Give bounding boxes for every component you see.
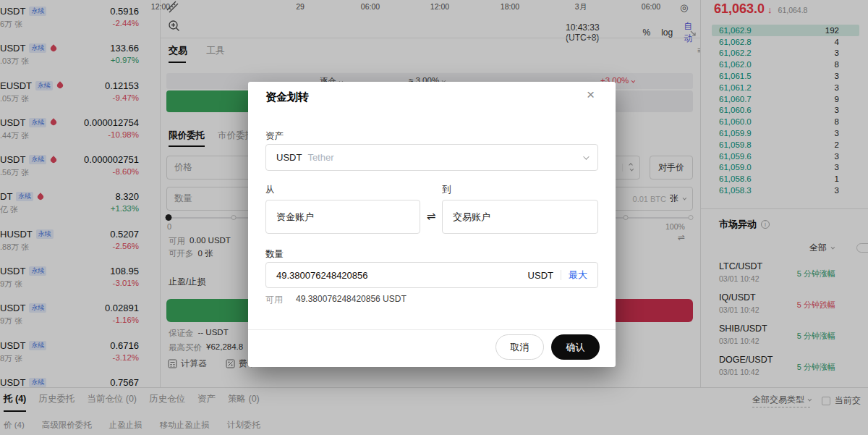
max-button[interactable]: 最大: [569, 269, 587, 282]
from-label: 从: [265, 184, 275, 196]
modal-title: 资金划转: [265, 90, 309, 104]
close-icon[interactable]: ×: [587, 87, 595, 103]
swap-accounts-icon[interactable]: ⇌: [424, 210, 438, 223]
asset-label: 资产: [265, 130, 284, 143]
trading-app: USDT 永续 0.5916 6万 张 -2.44% USDT 永续 133.6…: [0, 0, 868, 435]
amount-input[interactable]: 49.380076248420856 USDT 最大: [265, 262, 598, 288]
cancel-button[interactable]: 取消: [495, 334, 544, 360]
to-account-select[interactable]: 交易账户: [442, 200, 598, 234]
asset-select[interactable]: USDT Tether: [265, 144, 598, 171]
from-account-select[interactable]: 资金账户: [265, 200, 420, 234]
divider: [248, 329, 616, 330]
to-label: 到: [442, 184, 451, 196]
chevron-down-icon: [583, 153, 589, 159]
amount-unit: USDT: [528, 270, 553, 281]
available-balance-row: 可用 49.380076248420856 USDT: [265, 294, 407, 306]
divider: [561, 270, 561, 280]
amount-value: 49.380076248420856: [276, 270, 368, 281]
asset-fullname: Tether: [307, 152, 333, 163]
asset-symbol: USDT: [276, 152, 302, 163]
amount-label: 数量: [265, 248, 284, 261]
confirm-button[interactable]: 确认: [551, 334, 600, 360]
fund-transfer-modal: 资金划转 × 资产 USDT Tether 从 到 资金账户 ⇌ 交易账户 数量…: [248, 82, 616, 367]
